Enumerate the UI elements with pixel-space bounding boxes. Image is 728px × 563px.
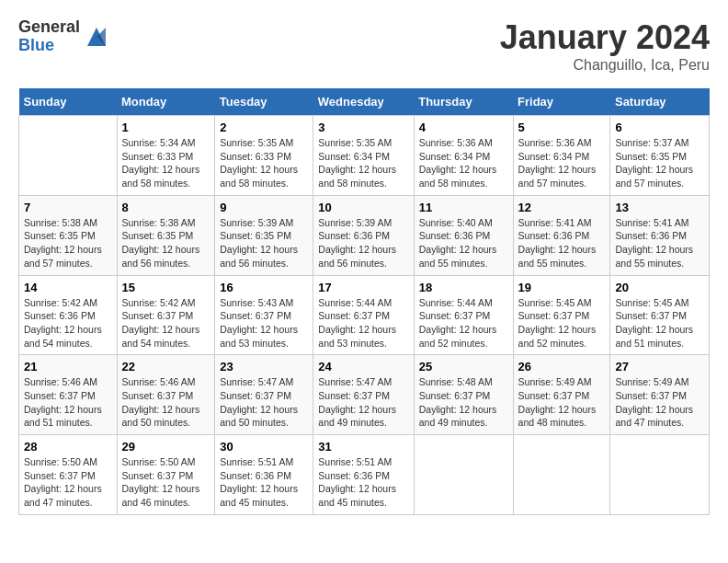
logo-blue-text: Blue bbox=[18, 37, 80, 55]
day-number: 2 bbox=[220, 121, 308, 134]
calendar-cell: 27Sunrise: 5:49 AM Sunset: 6:37 PM Dayli… bbox=[610, 355, 710, 435]
day-info: Sunrise: 5:42 AM Sunset: 6:36 PM Dayligh… bbox=[24, 296, 112, 350]
day-number: 18 bbox=[419, 281, 508, 294]
calendar-cell: 2Sunrise: 5:35 AM Sunset: 6:33 PM Daylig… bbox=[215, 116, 313, 196]
weekday-header: Saturday bbox=[610, 88, 710, 116]
calendar-cell: 1Sunrise: 5:34 AM Sunset: 6:33 PM Daylig… bbox=[117, 116, 215, 196]
calendar-cell: 10Sunrise: 5:39 AM Sunset: 6:36 PM Dayli… bbox=[313, 195, 414, 275]
day-number: 29 bbox=[122, 440, 210, 454]
day-number: 4 bbox=[419, 121, 508, 134]
calendar-cell: 5Sunrise: 5:36 AM Sunset: 6:34 PM Daylig… bbox=[513, 116, 610, 196]
month-title: January 2024 bbox=[500, 18, 710, 57]
calendar-cell: 21Sunrise: 5:46 AM Sunset: 6:37 PM Dayli… bbox=[19, 355, 118, 435]
day-info: Sunrise: 5:35 AM Sunset: 6:34 PM Dayligh… bbox=[318, 136, 408, 190]
day-info: Sunrise: 5:39 AM Sunset: 6:36 PM Dayligh… bbox=[318, 216, 408, 270]
day-info: Sunrise: 5:50 AM Sunset: 6:37 PM Dayligh… bbox=[122, 455, 210, 510]
calendar-cell: 15Sunrise: 5:42 AM Sunset: 6:37 PM Dayli… bbox=[117, 275, 215, 355]
weekday-header: Wednesday bbox=[313, 88, 414, 116]
title-area: January 2024 Changuillo, Ica, Peru bbox=[500, 18, 710, 74]
day-info: Sunrise: 5:48 AM Sunset: 6:37 PM Dayligh… bbox=[419, 375, 508, 430]
day-number: 7 bbox=[24, 201, 112, 214]
day-number: 12 bbox=[518, 201, 606, 214]
calendar-cell: 3Sunrise: 5:35 AM Sunset: 6:34 PM Daylig… bbox=[313, 116, 414, 196]
calendar-cell: 26Sunrise: 5:49 AM Sunset: 6:37 PM Dayli… bbox=[513, 355, 610, 435]
calendar-week-row: 28Sunrise: 5:50 AM Sunset: 6:37 PM Dayli… bbox=[19, 435, 710, 515]
day-number: 19 bbox=[518, 281, 606, 294]
calendar-cell: 7Sunrise: 5:38 AM Sunset: 6:35 PM Daylig… bbox=[19, 195, 118, 275]
calendar-cell bbox=[19, 116, 118, 196]
day-number: 8 bbox=[122, 201, 210, 214]
day-number: 11 bbox=[419, 201, 508, 214]
day-number: 21 bbox=[24, 360, 112, 373]
calendar-cell: 17Sunrise: 5:44 AM Sunset: 6:37 PM Dayli… bbox=[313, 275, 414, 355]
calendar-cell bbox=[414, 435, 513, 515]
day-number: 20 bbox=[615, 281, 704, 294]
calendar-cell: 16Sunrise: 5:43 AM Sunset: 6:37 PM Dayli… bbox=[215, 275, 313, 355]
weekday-header: Sunday bbox=[19, 88, 118, 116]
logo: General Blue bbox=[18, 18, 109, 55]
day-number: 10 bbox=[318, 201, 408, 214]
day-number: 17 bbox=[318, 281, 408, 294]
calendar-cell: 11Sunrise: 5:40 AM Sunset: 6:36 PM Dayli… bbox=[414, 195, 513, 275]
calendar-cell: 6Sunrise: 5:37 AM Sunset: 6:35 PM Daylig… bbox=[610, 116, 710, 196]
calendar-cell bbox=[610, 435, 710, 515]
day-info: Sunrise: 5:40 AM Sunset: 6:36 PM Dayligh… bbox=[419, 216, 508, 270]
day-info: Sunrise: 5:50 AM Sunset: 6:37 PM Dayligh… bbox=[24, 455, 112, 510]
day-number: 9 bbox=[220, 201, 308, 214]
day-info: Sunrise: 5:43 AM Sunset: 6:37 PM Dayligh… bbox=[220, 296, 308, 350]
day-info: Sunrise: 5:39 AM Sunset: 6:35 PM Dayligh… bbox=[220, 216, 308, 270]
day-number: 1 bbox=[122, 121, 210, 134]
day-number: 27 bbox=[615, 360, 704, 373]
calendar-cell: 8Sunrise: 5:38 AM Sunset: 6:35 PM Daylig… bbox=[117, 195, 215, 275]
calendar-cell: 13Sunrise: 5:41 AM Sunset: 6:36 PM Dayli… bbox=[610, 195, 710, 275]
day-number: 14 bbox=[24, 281, 112, 294]
calendar-cell: 18Sunrise: 5:44 AM Sunset: 6:37 PM Dayli… bbox=[414, 275, 513, 355]
calendar-cell: 31Sunrise: 5:51 AM Sunset: 6:36 PM Dayli… bbox=[313, 435, 414, 515]
calendar-cell: 25Sunrise: 5:48 AM Sunset: 6:37 PM Dayli… bbox=[414, 355, 513, 435]
day-info: Sunrise: 5:42 AM Sunset: 6:37 PM Dayligh… bbox=[122, 296, 210, 350]
day-number: 31 bbox=[318, 440, 408, 454]
calendar-cell: 9Sunrise: 5:39 AM Sunset: 6:35 PM Daylig… bbox=[215, 195, 313, 275]
day-info: Sunrise: 5:45 AM Sunset: 6:37 PM Dayligh… bbox=[615, 296, 704, 350]
logo-icon bbox=[84, 24, 109, 50]
calendar-week-row: 14Sunrise: 5:42 AM Sunset: 6:36 PM Dayli… bbox=[19, 275, 710, 355]
weekday-header: Tuesday bbox=[215, 88, 313, 116]
calendar-cell: 22Sunrise: 5:46 AM Sunset: 6:37 PM Dayli… bbox=[117, 355, 215, 435]
day-info: Sunrise: 5:44 AM Sunset: 6:37 PM Dayligh… bbox=[419, 296, 508, 350]
day-info: Sunrise: 5:41 AM Sunset: 6:36 PM Dayligh… bbox=[615, 216, 704, 270]
day-info: Sunrise: 5:49 AM Sunset: 6:37 PM Dayligh… bbox=[518, 375, 606, 430]
day-info: Sunrise: 5:46 AM Sunset: 6:37 PM Dayligh… bbox=[24, 375, 112, 430]
day-info: Sunrise: 5:47 AM Sunset: 6:37 PM Dayligh… bbox=[318, 375, 408, 430]
day-info: Sunrise: 5:38 AM Sunset: 6:35 PM Dayligh… bbox=[24, 216, 112, 270]
calendar-cell: 29Sunrise: 5:50 AM Sunset: 6:37 PM Dayli… bbox=[117, 435, 215, 515]
day-number: 22 bbox=[122, 360, 210, 373]
day-info: Sunrise: 5:51 AM Sunset: 6:36 PM Dayligh… bbox=[220, 455, 308, 510]
day-number: 16 bbox=[220, 281, 308, 294]
weekday-header-row: SundayMondayTuesdayWednesdayThursdayFrid… bbox=[19, 88, 710, 116]
day-number: 25 bbox=[419, 360, 508, 373]
calendar-cell: 24Sunrise: 5:47 AM Sunset: 6:37 PM Dayli… bbox=[313, 355, 414, 435]
day-info: Sunrise: 5:37 AM Sunset: 6:35 PM Dayligh… bbox=[615, 136, 704, 190]
day-number: 6 bbox=[615, 121, 704, 134]
day-info: Sunrise: 5:47 AM Sunset: 6:37 PM Dayligh… bbox=[220, 375, 308, 430]
day-info: Sunrise: 5:35 AM Sunset: 6:33 PM Dayligh… bbox=[220, 136, 308, 190]
day-info: Sunrise: 5:51 AM Sunset: 6:36 PM Dayligh… bbox=[318, 455, 408, 510]
day-info: Sunrise: 5:36 AM Sunset: 6:34 PM Dayligh… bbox=[419, 136, 508, 190]
day-number: 23 bbox=[220, 360, 308, 373]
calendar-cell: 19Sunrise: 5:45 AM Sunset: 6:37 PM Dayli… bbox=[513, 275, 610, 355]
calendar-cell: 4Sunrise: 5:36 AM Sunset: 6:34 PM Daylig… bbox=[414, 116, 513, 196]
page-header: General Blue January 2024 Changuillo, Ic… bbox=[18, 18, 710, 74]
calendar-cell: 14Sunrise: 5:42 AM Sunset: 6:36 PM Dayli… bbox=[19, 275, 118, 355]
day-info: Sunrise: 5:49 AM Sunset: 6:37 PM Dayligh… bbox=[615, 375, 704, 430]
weekday-header: Thursday bbox=[414, 88, 513, 116]
calendar-cell: 12Sunrise: 5:41 AM Sunset: 6:36 PM Dayli… bbox=[513, 195, 610, 275]
location-subtitle: Changuillo, Ica, Peru bbox=[500, 57, 710, 74]
calendar-cell bbox=[513, 435, 610, 515]
calendar-week-row: 7Sunrise: 5:38 AM Sunset: 6:35 PM Daylig… bbox=[19, 195, 710, 275]
calendar-table: SundayMondayTuesdayWednesdayThursdayFrid… bbox=[18, 88, 710, 515]
calendar-week-row: 1Sunrise: 5:34 AM Sunset: 6:33 PM Daylig… bbox=[19, 116, 710, 196]
weekday-header: Friday bbox=[513, 88, 610, 116]
calendar-cell: 28Sunrise: 5:50 AM Sunset: 6:37 PM Dayli… bbox=[19, 435, 118, 515]
calendar-week-row: 21Sunrise: 5:46 AM Sunset: 6:37 PM Dayli… bbox=[19, 355, 710, 435]
day-info: Sunrise: 5:41 AM Sunset: 6:36 PM Dayligh… bbox=[518, 216, 606, 270]
